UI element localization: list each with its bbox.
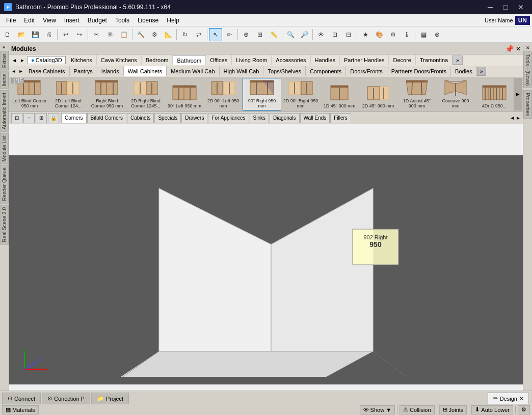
app-icon: P (4, 3, 12, 11)
tb-viewtop[interactable]: ⊡ (328, 28, 341, 41)
tb-zoom-in[interactable]: 🔍 (284, 28, 297, 41)
tb-tool2[interactable]: ⚙ (148, 28, 161, 41)
titlebar: P Bathroom - Promob Plus Professional - … (0, 0, 532, 14)
toolbar-sep-10 (415, 29, 415, 40)
menu-budget[interactable]: Budget (84, 15, 111, 26)
tb-snap[interactable]: ⊕ (240, 28, 253, 41)
toolbar-sep-7 (282, 29, 282, 40)
user-name-label: User Name (485, 17, 513, 23)
toolbar-sep-6 (237, 29, 238, 40)
tb-new[interactable]: 🗋 (1, 28, 14, 41)
toolbar-sep-5 (207, 29, 207, 40)
toolbar: 🗋 📂 💾 🖨 ↩ ↪ ✂ ⎘ 📋 🔨 ⚙ 📐 ↻ ⇄ ↖ ✏ ⊕ ⊞ 📏 🔍 … (0, 26, 532, 43)
tb-open[interactable]: 📂 (15, 28, 28, 41)
menu-file[interactable]: File (2, 15, 20, 26)
maximize-button[interactable]: □ (498, 2, 513, 13)
tb-tool3[interactable]: 📐 (162, 28, 175, 41)
tb-settings[interactable]: ⚙ (386, 28, 400, 41)
menu-view[interactable]: View (39, 15, 60, 26)
tb-select[interactable]: ↖ (209, 28, 222, 41)
toolbar-sep-1 (57, 29, 58, 40)
tb-view3d[interactable]: 👁 (314, 28, 328, 41)
tb-extra1[interactable]: ▦ (417, 28, 430, 41)
menu-edit[interactable]: Edit (20, 15, 39, 26)
tb-copy[interactable]: ⎘ (103, 28, 117, 41)
tb-mirror[interactable]: ⇄ (192, 28, 205, 41)
titlebar-left: P Bathroom - Promob Plus Professional - … (4, 3, 171, 11)
tb-grid[interactable]: ⊞ (253, 28, 267, 41)
menu-insert[interactable]: Insert (60, 15, 84, 26)
menu-license[interactable]: License (134, 15, 163, 26)
menubar: File Edit View Insert Budget Tools Licen… (0, 14, 532, 26)
menu-help[interactable]: Help (163, 15, 183, 26)
tb-info[interactable]: ℹ (400, 28, 413, 41)
tb-viewside[interactable]: ⊟ (342, 28, 355, 41)
tb-undo[interactable]: ↩ (59, 28, 72, 41)
minimize-button[interactable]: ─ (483, 2, 497, 13)
toolbar-sep-9 (357, 29, 357, 40)
tb-rotate[interactable]: ↻ (178, 28, 192, 41)
tb-render[interactable]: ★ (359, 28, 372, 41)
toolbar-sep-3 (132, 29, 132, 40)
tb-tool1[interactable]: 🔨 (134, 28, 147, 41)
tb-measure[interactable]: 📏 (267, 28, 280, 41)
titlebar-controls: ─ □ ✕ (483, 2, 528, 13)
user-badge: UN (515, 16, 530, 25)
menu-tools[interactable]: Tools (111, 15, 134, 26)
close-button[interactable]: ✕ (514, 2, 528, 13)
user-area: User Name UN (485, 16, 530, 25)
tb-save[interactable]: 💾 (29, 28, 42, 41)
tb-paste[interactable]: 📋 (117, 28, 130, 41)
tb-extra2[interactable]: ⊛ (431, 28, 444, 41)
tb-draw[interactable]: ✏ (223, 28, 236, 41)
tb-materials[interactable]: 🎨 (373, 28, 386, 41)
toolbar-sep-2 (88, 29, 88, 40)
toolbar-sep-8 (312, 29, 313, 40)
toolbar-sep-4 (176, 29, 177, 40)
window-title: Bathroom - Promob Plus Professional - 5.… (15, 4, 171, 11)
tb-redo[interactable]: ↪ (73, 28, 86, 41)
tb-cut[interactable]: ✂ (90, 28, 103, 41)
tb-zoom-out[interactable]: 🔎 (298, 28, 311, 41)
tb-print[interactable]: 🖨 (42, 28, 56, 41)
